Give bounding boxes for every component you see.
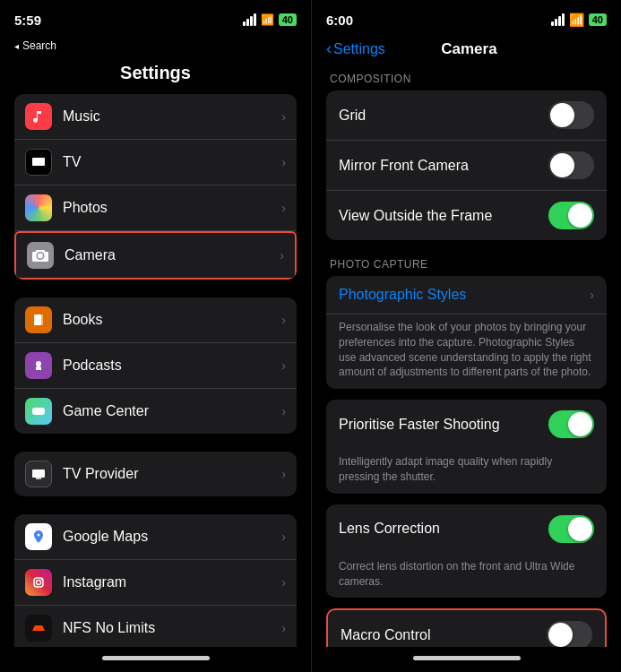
settings-item-music[interactable]: Music ›	[14, 94, 297, 140]
chevron-icon: ›	[281, 109, 286, 124]
left-home-indicator	[0, 647, 311, 672]
signal-icon	[243, 13, 256, 26]
prioritise-toggle[interactable]	[548, 410, 594, 438]
settings-item-gamecenter[interactable]: Game Center ›	[14, 389, 297, 434]
settings-item-photos[interactable]: Photos ›	[14, 185, 297, 231]
photo-capture-card: Photographic Styles › Personalise the lo…	[326, 276, 607, 389]
view-outside-label: View Outside the Frame	[339, 208, 492, 224]
right-time: 6:00	[326, 13, 353, 28]
gamecenter-label: Game Center	[63, 403, 149, 419]
instagram-icon	[25, 569, 52, 596]
tv-icon	[25, 149, 52, 176]
camera-label: Camera	[65, 247, 116, 263]
instagram-label: Instagram	[63, 574, 126, 590]
settings-group-2: Books › Podcasts › Game Center ›	[14, 297, 297, 434]
settings-group-3: TV Provider ›	[14, 452, 297, 496]
settings-item-podcasts[interactable]: Podcasts ›	[14, 343, 297, 389]
lens-description: Correct lens distortion on the front and…	[326, 554, 607, 599]
grid-toggle[interactable]	[548, 101, 594, 129]
tvprovider-label: TV Provider	[63, 466, 138, 482]
left-status-icons: 📶 40	[243, 13, 297, 26]
macro-label: Macro Control	[341, 627, 430, 643]
gamecenter-icon	[25, 398, 52, 425]
home-bar	[413, 656, 521, 660]
signal-icon	[551, 13, 565, 26]
back-label: Search	[22, 39, 56, 52]
right-panel: 6:00 📶 40 ‹ Settings Camera COMPOSITION …	[311, 0, 621, 672]
prioritise-description: Intelligently adapt image quality when r…	[326, 449, 607, 494]
chevron-icon: ›	[280, 248, 284, 263]
settings-list: Music › TV › Photos › Camera	[0, 94, 311, 647]
chevron-icon: ›	[281, 575, 286, 590]
chevron-icon: ›	[281, 201, 286, 215]
back-button-label: Settings	[333, 41, 385, 57]
settings-item-camera[interactable]: Camera › ▶	[14, 231, 297, 280]
right-home-indicator	[312, 647, 621, 672]
toggle-knob	[568, 412, 592, 436]
macro-toggle-row[interactable]: Macro Control	[328, 610, 605, 647]
toggle-knob	[550, 103, 574, 127]
left-panel: 5:59 📶 40 ◂ Search Settings Music ›	[0, 0, 311, 672]
settings-item-googlemaps[interactable]: Google Maps ›	[14, 514, 297, 560]
settings-item-tvprovider[interactable]: TV Provider ›	[14, 452, 297, 496]
toggle-knob	[568, 517, 592, 541]
books-icon	[25, 306, 52, 333]
prioritise-card: Prioritise Faster Shooting Intelligently…	[326, 400, 607, 494]
photos-icon	[25, 194, 52, 221]
photo-capture-section-label: PHOTO CAPTURE	[326, 251, 607, 276]
macro-toggle[interactable]	[547, 621, 592, 647]
battery-icon: 40	[589, 13, 607, 26]
view-outside-toggle[interactable]	[548, 202, 594, 229]
toggle-knob	[550, 153, 574, 177]
battery-icon: 40	[279, 13, 297, 26]
toggle-knob	[548, 623, 573, 647]
nav-bar-right: ‹ Settings Camera	[312, 39, 621, 65]
toggle-knob	[568, 203, 592, 228]
chevron-icon: ›	[281, 467, 286, 481]
nfs-label: NFS No Limits	[63, 620, 155, 636]
music-icon	[25, 103, 52, 130]
lens-label: Lens Correction	[339, 521, 440, 537]
photos-label: Photos	[63, 200, 108, 216]
macro-card: Macro Control Show Camera control for au…	[326, 608, 607, 647]
chevron-icon: ›	[281, 313, 286, 327]
status-bar-right: 6:00 📶 40	[312, 0, 621, 39]
camera-icon	[27, 242, 54, 269]
settings-item-books[interactable]: Books ›	[14, 297, 297, 343]
back-arrow-icon: ◂	[14, 41, 19, 51]
lens-correction-card: Lens Correction Correct lens distortion …	[326, 504, 607, 599]
chevron-icon: ›	[590, 288, 594, 302]
settings-item-tv[interactable]: TV ›	[14, 140, 297, 185]
view-outside-toggle-row[interactable]: View Outside the Frame	[326, 191, 607, 240]
lens-toggle[interactable]	[548, 515, 594, 543]
photographic-styles-row[interactable]: Photographic Styles ›	[326, 276, 607, 314]
grid-toggle-row[interactable]: Grid	[326, 90, 607, 141]
chevron-icon: ›	[281, 404, 286, 418]
prioritise-toggle-row[interactable]: Prioritise Faster Shooting	[326, 400, 607, 449]
status-bar-left: 5:59 📶 40	[0, 0, 311, 39]
right-page-title: Camera	[441, 40, 496, 58]
lens-toggle-row[interactable]: Lens Correction	[326, 504, 607, 554]
right-content: COMPOSITION Grid Mirror Front Camera Vie…	[312, 65, 621, 647]
svg-point-9	[37, 581, 41, 585]
back-button[interactable]: ‹ Settings	[326, 39, 385, 58]
settings-item-instagram[interactable]: Instagram ›	[14, 560, 297, 606]
composition-card: Grid Mirror Front Camera View Outside th…	[326, 90, 607, 240]
settings-item-nfs[interactable]: NFS No Limits ›	[14, 606, 297, 647]
composition-section-label: COMPOSITION	[326, 65, 607, 90]
podcasts-label: Podcasts	[63, 358, 122, 374]
podcasts-icon	[25, 352, 52, 379]
left-page-title: Settings	[0, 56, 311, 94]
mirror-label: Mirror Front Camera	[339, 158, 469, 174]
svg-rect-6	[32, 470, 45, 478]
chevron-icon: ›	[281, 155, 286, 169]
chevron-icon: ›	[281, 358, 286, 373]
photographic-styles-description: Personalise the look of your photos by b…	[326, 314, 607, 389]
mirror-toggle-row[interactable]: Mirror Front Camera	[326, 141, 607, 191]
left-time: 5:59	[14, 13, 41, 28]
mirror-toggle[interactable]	[548, 151, 594, 179]
googlemaps-icon	[25, 523, 52, 550]
books-label: Books	[63, 312, 102, 328]
left-search-back[interactable]: ◂ Search	[0, 39, 311, 56]
wifi-icon: 📶	[569, 13, 584, 27]
